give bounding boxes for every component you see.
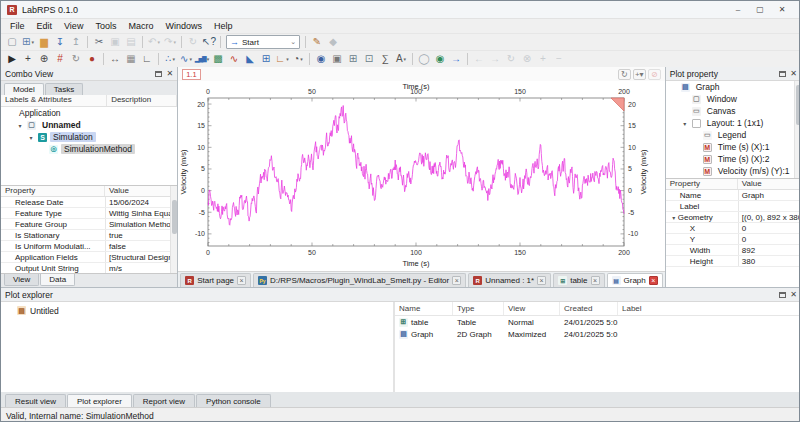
cv-prop-row-feature-group[interactable]: Feature GroupSimulation Method xyxy=(1,219,177,230)
forward-button[interactable]: → xyxy=(487,52,503,67)
plot-tree-item-time-s-x-1[interactable]: MTime (s) (X):1 xyxy=(666,141,800,153)
bar-plot-button[interactable]: ▂▅▇ xyxy=(194,52,210,67)
pp-prop-row-name[interactable]: NameGraph xyxy=(666,190,800,201)
layout-windows-button[interactable]: ▣ xyxy=(329,52,345,67)
cv-prop-row-feature-type[interactable]: Feature TypeWittig Sinha Equal Floors xyxy=(1,208,177,219)
tab-close-icon[interactable]: × xyxy=(237,276,246,285)
plot-tree-item-canvas[interactable]: ▭Canvas xyxy=(666,105,800,117)
mdi-tab-labrps[interactable]: RStart page× xyxy=(180,273,251,287)
undo-button[interactable]: ↶ xyxy=(146,35,162,50)
refresh-plot-button[interactable]: ↻ xyxy=(618,69,631,80)
plot-tree-item-time-s-x-2[interactable]: MTime (s) (X):2 xyxy=(666,153,800,165)
plot-tree-item-legend[interactable]: ▭Legend xyxy=(666,129,800,141)
tree-scrollbar[interactable] xyxy=(794,81,800,178)
macro-edit-button[interactable]: ✎ xyxy=(309,35,325,50)
property-scrollbar[interactable] xyxy=(170,186,177,273)
dock-tab-result-view[interactable]: Result view xyxy=(5,394,66,407)
table-row[interactable]: ⊞tableTableNormal24/01/2025 5:0... xyxy=(395,316,800,328)
tab-close-icon[interactable]: × xyxy=(649,276,658,285)
cv-prop-row-is-uniform-modulati-[interactable]: Is Uniform Modulati...false xyxy=(1,241,177,252)
menu-macro[interactable]: Macro xyxy=(122,20,159,32)
mdi-tab-table[interactable]: ⊞table× xyxy=(553,273,604,287)
mdi-tab-python[interactable]: PyD:/RPS/Macros/Plugin_WindLab_Smelt.py … xyxy=(253,273,466,287)
cv-prop-row-release-date[interactable]: Release Date15/06/2024 xyxy=(1,197,177,208)
mdi-tab-graph[interactable]: ▤Graph× xyxy=(607,273,663,287)
scatter-plot-button[interactable]: ∴ xyxy=(162,52,178,67)
close-plot-button[interactable]: ⊘ xyxy=(648,69,661,80)
new-file-button[interactable]: ▢ xyxy=(4,35,20,50)
model-tree-item-application[interactable]: Application xyxy=(1,107,177,119)
dock-tab-plot-explorer[interactable]: Plot explorer xyxy=(67,394,132,407)
ellipse-button[interactable]: ● xyxy=(84,52,100,67)
open-button[interactable]: ▆ xyxy=(36,35,52,50)
resize-axes-button[interactable]: ∟ xyxy=(139,52,155,67)
pp-prop-row-y[interactable]: Y0 xyxy=(666,234,800,245)
combo-plot-button[interactable]: ▩ xyxy=(210,52,226,67)
pp-prop-row-geometry[interactable]: ▾Geometry[(0, 0), 892 x 380] xyxy=(666,212,800,223)
move-button[interactable]: ↔ xyxy=(107,52,123,67)
close-icon[interactable]: ✕ xyxy=(790,291,797,299)
float-icon[interactable] xyxy=(155,71,162,77)
back-button[interactable]: ← xyxy=(471,52,487,67)
plot-explorer-header[interactable]: Plot explorer ✕ xyxy=(1,288,800,302)
workbench-button[interactable]: ⊞ xyxy=(20,35,36,50)
sigma-table-button[interactable]: ⊡ xyxy=(361,52,377,67)
copy-button[interactable]: ▣ xyxy=(107,35,123,50)
expander-icon[interactable]: ▾ xyxy=(670,214,678,221)
paste-button[interactable]: ▤ xyxy=(123,35,139,50)
line-plot-button[interactable]: ∿ xyxy=(178,52,194,67)
project-item-untitled[interactable]: ▤Untitled xyxy=(1,304,393,317)
scrollbar-thumb[interactable] xyxy=(796,85,800,125)
globe-button[interactable]: ◉ xyxy=(432,52,448,67)
run-button[interactable]: → xyxy=(448,52,464,67)
maximize-button[interactable]: ▢ xyxy=(749,3,771,17)
menu-windows[interactable]: Windows xyxy=(159,20,208,32)
pp-prop-row-width[interactable]: Width892 xyxy=(666,245,800,256)
close-icon[interactable]: ✕ xyxy=(790,70,797,78)
rotate-button[interactable]: ↻ xyxy=(68,52,84,67)
sigma-button[interactable]: ∑ xyxy=(377,52,393,67)
cv-prop-row-output-unit-string[interactable]: Output Unit Stringm/s xyxy=(1,263,177,273)
tab-close-icon[interactable]: × xyxy=(452,276,461,285)
expander-icon[interactable]: ▾ xyxy=(681,120,689,127)
scrollbar-thumb[interactable] xyxy=(172,200,177,234)
pp-prop-row-label[interactable]: Label xyxy=(666,201,800,212)
minimize-button[interactable]: – xyxy=(727,3,749,17)
expander-icon[interactable]: ▾ xyxy=(16,122,24,129)
cv-prop-row-is-stationary[interactable]: Is Stationarytrue xyxy=(1,230,177,241)
float-icon[interactable] xyxy=(779,71,786,77)
zoom-out-button[interactable]: − xyxy=(551,52,567,67)
macro-run-button[interactable]: ◆ xyxy=(325,35,341,50)
reload-button[interactable]: ↻ xyxy=(503,52,519,67)
save-as-button[interactable]: ↥ xyxy=(68,35,84,50)
tab-tasks[interactable]: Tasks xyxy=(45,83,83,95)
curve-plot-button[interactable]: ∿ xyxy=(226,52,242,67)
titlebar[interactable]: R LabRPS 0.1.0 – ▢ ✕ xyxy=(1,1,799,19)
plot-property-header[interactable]: Plot property ✕ xyxy=(666,67,800,81)
sphere-3d-button[interactable]: ◉ xyxy=(313,52,329,67)
plot-tree-item-velocity-m-s-y-1[interactable]: MVelocity (m/s) (Y):1 xyxy=(666,165,800,177)
close-button[interactable]: ✕ xyxy=(771,3,793,17)
menu-help[interactable]: Help xyxy=(208,20,239,32)
pp-prop-row-x[interactable]: X0 xyxy=(666,223,800,234)
float-icon[interactable] xyxy=(779,292,786,298)
tab-close-icon[interactable]: × xyxy=(591,276,600,285)
model-tree-item-simulation[interactable]: ▾SSimulation xyxy=(1,131,177,143)
center-marker-button[interactable]: ⊕ xyxy=(36,52,52,67)
combo-view-header[interactable]: Combo View ✕ xyxy=(1,67,177,81)
cut-button[interactable]: ✂ xyxy=(91,35,107,50)
menu-tools[interactable]: Tools xyxy=(89,20,122,32)
dock-tab-report-view[interactable]: Report view xyxy=(133,394,195,407)
plot-tree-item-layout-1-1x1-[interactable]: ▾Layout: 1 (1x1) xyxy=(666,117,800,129)
expander-icon[interactable]: ▾ xyxy=(27,134,35,141)
axes-plot-button[interactable]: ∟ xyxy=(274,52,290,67)
menu-view[interactable]: View xyxy=(58,20,89,32)
layer-cell-badge[interactable]: 1.1 xyxy=(182,69,200,80)
cv-prop-row-application-fields[interactable]: Application Fields[Structural Design,Loa… xyxy=(1,252,177,263)
add-layer-button[interactable]: ⊞ xyxy=(258,52,274,67)
tab-data[interactable]: Data xyxy=(40,274,75,286)
dock-tab-python-console[interactable]: Python console xyxy=(196,394,271,407)
tab-view[interactable]: View xyxy=(4,274,39,286)
pie-plot-button[interactable]: ◔ xyxy=(290,52,306,67)
font-button[interactable]: A xyxy=(393,52,409,67)
